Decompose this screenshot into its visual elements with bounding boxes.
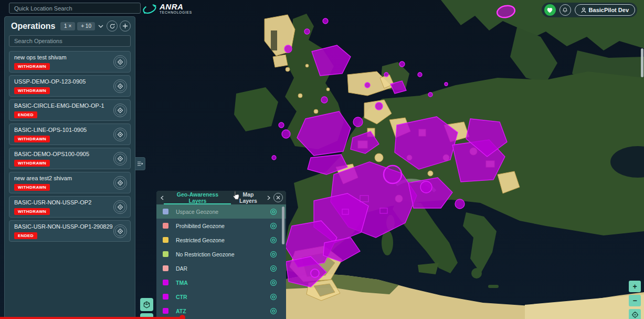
operation-locate-button[interactable] (113, 152, 127, 166)
layer-visibility-eye-icon[interactable] (270, 251, 277, 258)
tab-geo-awareness-layers[interactable]: Geo-Awareness Layers (165, 191, 230, 204)
system-health-button[interactable] (544, 4, 556, 16)
layer-visibility-eye-icon[interactable] (270, 279, 277, 286)
zoom-out-button[interactable]: − (629, 295, 641, 306)
operation-card[interactable]: new ops test shivam WITHDRAWN (9, 51, 131, 73)
map-zoom-controls: + − (629, 281, 641, 319)
operation-name: new ops test shivam (14, 54, 113, 60)
zoom-in-button[interactable]: + (629, 281, 641, 292)
operations-refresh-button[interactable] (107, 20, 118, 32)
operation-card[interactable]: USSP-DEMO-OP-123-0905 WITHDRAWN (9, 75, 131, 97)
layers-scrollbar-thumb[interactable] (282, 207, 284, 244)
layers-panel-close-button[interactable] (273, 193, 283, 202)
chevron-left-icon (161, 195, 164, 200)
operations-header: Operations 1 × + 10 (5, 17, 135, 34)
layer-row[interactable]: CTR (156, 290, 286, 304)
topbar-right-controls: BasicPilot Dev (542, 3, 637, 17)
operation-locate-button[interactable] (113, 104, 127, 117)
operation-name: BASIC-USR-NON-USSP-OP2 (14, 199, 113, 205)
locate-diamond-icon (114, 201, 126, 213)
operation-locate-button[interactable] (113, 200, 127, 214)
layer-color-swatch (163, 251, 168, 257)
locate-diamond-icon (114, 129, 126, 140)
layer-color-swatch (163, 308, 168, 314)
operation-card[interactable]: BASIC-USR-NON-USSP-OP1-290829 ENDED (9, 220, 131, 242)
operations-card-list: new ops test shivam WITHDRAWN US (5, 51, 135, 318)
tabs-scroll-right-button[interactable] (266, 195, 271, 200)
person-icon (581, 7, 586, 13)
operation-name: BASIC-LINE-OPS-101-0905 (14, 127, 113, 133)
video-progress-bar[interactable] (0, 317, 644, 319)
layer-color-swatch (163, 209, 168, 214)
operation-status-badge: WITHDRAWN (14, 160, 50, 167)
chevron-down-icon (98, 25, 103, 28)
layer-label: No Restriction Geozone (176, 251, 234, 258)
locate-diamond-icon (114, 177, 126, 189)
layer-color-swatch (163, 223, 168, 229)
operation-card[interactable]: BASIC-USR-NON-USSP-OP2 WITHDRAWN (9, 196, 131, 218)
locate-diamond-icon (114, 56, 126, 68)
operations-filter-chip[interactable]: 1 × (60, 22, 75, 30)
layer-label: Prohibited Geozone (176, 223, 225, 229)
layer-label: CTR (176, 294, 187, 300)
operation-card[interactable]: new area test2 shivam WITHDRAWN (9, 172, 131, 193)
quick-location-search-input[interactable] (13, 5, 136, 12)
operation-name: BASIC-DEMO-OPS100-0905 (14, 151, 113, 157)
layer-label: Uspace Geozone (176, 209, 218, 215)
operation-locate-button[interactable] (113, 176, 127, 190)
layer-visibility-eye-icon[interactable] (270, 222, 277, 230)
user-account-button[interactable]: BasicPilot Dev (575, 4, 635, 16)
layer-color-swatch (163, 265, 168, 271)
layer-row[interactable]: Restricted Geozone (156, 233, 286, 247)
logo-wordmark: ANRA (160, 3, 192, 11)
plus-icon (122, 23, 128, 29)
add-operation-button[interactable] (120, 20, 131, 32)
layer-row[interactable]: Uspace Geozone (156, 204, 286, 219)
bell-icon (562, 7, 568, 14)
operations-count-chip[interactable]: + 10 (77, 22, 95, 30)
operation-locate-button[interactable] (113, 79, 127, 93)
layer-row[interactable]: ATZ (156, 304, 286, 318)
operation-card[interactable]: BASIC-DEMO-OPS100-0905 WITHDRAWN (9, 148, 131, 169)
refresh-icon (109, 23, 115, 29)
layer-visibility-eye-icon[interactable] (270, 236, 277, 244)
layer-row[interactable]: DAR (156, 261, 286, 275)
layer-visibility-eye-icon[interactable] (270, 208, 277, 215)
operation-locate-button[interactable] (113, 55, 127, 69)
layer-visibility-eye-icon[interactable] (270, 293, 277, 301)
geofence-tool-button[interactable] (140, 298, 153, 311)
layer-color-swatch (163, 294, 168, 300)
operation-status-badge: ENDED (14, 232, 37, 239)
video-playhead[interactable] (180, 315, 185, 319)
operation-card[interactable]: BASIC-CIRCLE-EMG-DEMO-OP-1 ENDED (9, 99, 131, 121)
operations-search-input[interactable] (13, 37, 126, 45)
tab-map-layers[interactable]: Map Layers (230, 191, 266, 204)
layer-color-swatch (163, 280, 168, 285)
layer-row[interactable]: No Restriction Geozone (156, 247, 286, 261)
layer-visibility-eye-icon[interactable] (270, 265, 277, 272)
tabs-scroll-left-button[interactable] (160, 195, 165, 200)
operation-status-badge: WITHDRAWN (14, 63, 50, 70)
operation-card[interactable]: BASIC-LINE-OPS-101-0905 WITHDRAWN (9, 124, 131, 145)
operation-locate-button[interactable] (113, 128, 127, 141)
logo-subtitle: TECHNOLOGIES (160, 11, 192, 15)
notifications-button[interactable] (559, 4, 571, 16)
chevron-right-icon (267, 195, 270, 200)
operations-chip-dropdown[interactable] (97, 25, 104, 28)
layer-row[interactable]: TMA (156, 275, 286, 290)
layer-label: DAR (176, 265, 187, 272)
layer-row[interactable]: Prohibited Geozone (156, 219, 286, 233)
layer-visibility-eye-icon[interactable] (270, 307, 277, 315)
operation-locate-button[interactable] (113, 224, 127, 238)
close-icon (276, 195, 280, 200)
operations-search[interactable] (9, 35, 131, 47)
layer-color-swatch (163, 237, 168, 243)
layer-label: TMA (176, 280, 188, 286)
video-progress-fill (0, 317, 183, 319)
quick-location-search[interactable] (9, 3, 141, 14)
sidebar-collapse-button[interactable] (135, 157, 145, 170)
operations-panel: Operations 1 × + 10 (4, 16, 135, 319)
layer-label: ATZ (176, 308, 186, 314)
operation-status-badge: WITHDRAWN (14, 136, 50, 142)
collapse-panel-icon (137, 161, 143, 167)
